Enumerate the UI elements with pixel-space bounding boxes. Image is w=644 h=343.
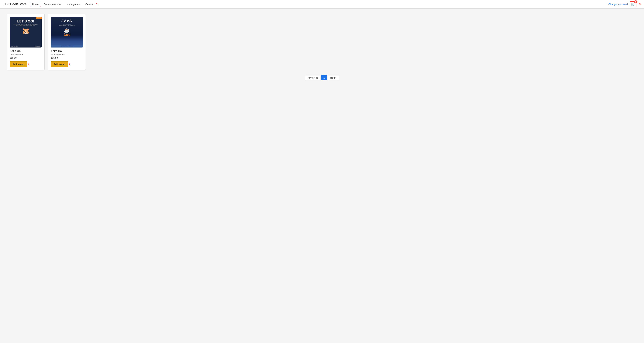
lets-go-edition: 2ND EDITION xyxy=(35,46,40,47)
book-card-1: Let's Go! LET'S GO! A STEP-BY-STEP GUIDE… xyxy=(7,14,44,70)
add-to-cart-row-2: Add to cart 2 xyxy=(51,61,83,67)
cart-badge: 0 xyxy=(634,0,637,4)
java-cover-subtitle: A Beginner's Guide toLearning the Basics… xyxy=(59,24,75,26)
book-cover-2: JAVA A Beginner's Guide toLearning the B… xyxy=(51,17,83,48)
annotation-1: 1 xyxy=(96,3,98,6)
book-cover-1: Let's Go! LET'S GO! A STEP-BY-STEP GUIDE… xyxy=(10,17,42,48)
java-cover: JAVA A Beginner's Guide toLearning the B… xyxy=(51,17,83,48)
java-author-bottom: JAMES PATTERSON xyxy=(51,45,83,47)
books-grid: Let's Go! LET'S GO! A STEP-BY-STEP GUIDE… xyxy=(7,14,637,70)
nav-item-orders[interactable]: Orders xyxy=(83,2,95,7)
add-to-cart-button-1[interactable]: Add to cart xyxy=(10,61,27,67)
book-title-2: Let's Go xyxy=(51,50,83,53)
book-author-1: Alex Edwards xyxy=(10,53,42,56)
navbar-right: Change password 🛒 0 3 xyxy=(608,1,640,7)
book-price-1: $15.80 xyxy=(10,56,42,59)
navbar: FCJ Book Store Home Create new book Mana… xyxy=(0,0,644,8)
annotation-3: 3 xyxy=(639,3,640,6)
pagination: < Previous 1 Next > xyxy=(7,75,637,80)
nav-item-home[interactable]: Home xyxy=(30,2,41,7)
main-content: Let's Go! LET'S GO! A STEP-BY-STEP GUIDE… xyxy=(0,8,644,343)
lets-go-cover-title: LET'S GO! xyxy=(11,20,40,23)
java-flame-icon: ☕ xyxy=(64,27,70,33)
lets-go-badge: Let's Go! xyxy=(36,17,42,19)
page-1-button[interactable]: 1 xyxy=(321,75,327,80)
nav-menu: Home Create new book Management Orders 1 xyxy=(30,2,608,7)
lets-go-cover-subtitle: A STEP-BY-STEP GUIDE TO CREATING FAST, S… xyxy=(11,24,40,26)
cart-button[interactable]: 🛒 0 xyxy=(630,1,636,7)
add-to-cart-row-1: Add to cart 2 xyxy=(10,61,42,67)
previous-button[interactable]: < Previous xyxy=(305,75,321,80)
annotation-2-book1: 2 xyxy=(28,63,29,66)
book-price-2: $15.80 xyxy=(51,56,83,59)
book-author-2: Alex Edwards xyxy=(51,53,83,56)
brand-logo: FCJ Book Store xyxy=(4,2,26,6)
lets-go-author-bottom: ALEX EDWARDS xyxy=(11,46,18,47)
nav-item-management[interactable]: Management xyxy=(64,2,83,7)
add-to-cart-button-2[interactable]: Add to cart xyxy=(51,61,68,67)
java-cover-title: JAVA xyxy=(62,19,72,23)
lets-go-cover: Let's Go! LET'S GO! A STEP-BY-STEP GUIDE… xyxy=(10,17,42,48)
annotation-2-book2: 2 xyxy=(69,63,70,66)
java-word: Java xyxy=(64,33,70,36)
book-title-1: Let's Go xyxy=(10,50,42,53)
cart-icon: 🛒 xyxy=(631,2,635,6)
nav-item-create-book[interactable]: Create new book xyxy=(42,2,64,7)
next-button[interactable]: Next > xyxy=(328,75,339,80)
java-logo: ☕ Java xyxy=(64,27,70,36)
lets-go-footer: ALEX EDWARDS 2ND EDITION xyxy=(10,46,42,47)
lets-go-mascot: 🐹 xyxy=(11,28,40,35)
book-card-2: JAVA A Beginner's Guide toLearning the B… xyxy=(48,14,86,70)
change-password-link[interactable]: Change password xyxy=(608,3,628,6)
